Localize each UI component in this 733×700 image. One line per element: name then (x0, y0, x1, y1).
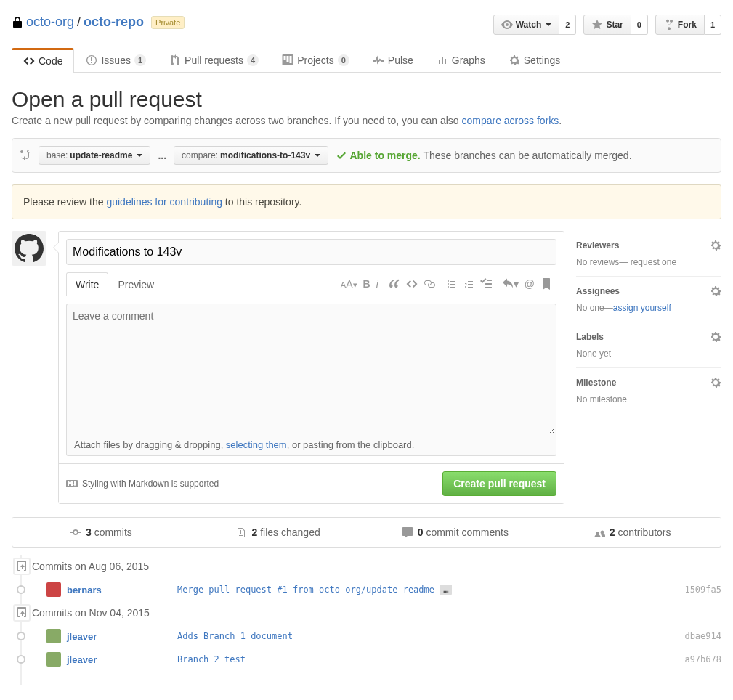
markdown-hint[interactable]: Styling with Markdown is supported (66, 478, 219, 489)
expand-msg-button[interactable]: … (440, 585, 452, 595)
pr-title-input[interactable] (66, 239, 556, 265)
compare-forks-link[interactable]: compare across forks (461, 115, 559, 126)
commit-sha-link[interactable]: dbae914 (684, 631, 721, 641)
tasklist-icon[interactable] (480, 278, 492, 290)
bookmark-icon[interactable] (540, 278, 552, 290)
milestone-body: No milestone (576, 394, 721, 404)
author-link[interactable]: bernars (67, 585, 102, 595)
merge-status: Able to merge. These branches can be aut… (336, 150, 631, 161)
fork-count[interactable]: 1 (705, 15, 721, 35)
create-pr-button[interactable]: Create pull request (442, 471, 556, 496)
attach-hint[interactable]: Attach files by dragging & dropping, sel… (66, 434, 556, 456)
lock-icon (12, 17, 23, 28)
star-icon (591, 19, 603, 30)
tab-issues[interactable]: Issues 1 (74, 48, 158, 72)
avatar (46, 652, 61, 667)
codeblock-icon[interactable] (406, 278, 418, 290)
repo-push-icon (16, 607, 28, 619)
commit-sha-link[interactable]: a97b678 (684, 654, 721, 664)
select-files-link[interactable]: selecting them (226, 439, 287, 450)
tab-code[interactable]: Code (12, 48, 74, 73)
file-diff-icon (236, 526, 248, 538)
gear-icon (710, 377, 721, 388)
md-toolbar: AA▾ B i ▾ (341, 278, 556, 290)
sidebar: Reviewers No reviews— request one Assign… (576, 231, 721, 413)
star-count[interactable]: 0 (631, 15, 648, 35)
milestone-gear[interactable] (710, 377, 721, 388)
assignees-gear[interactable] (710, 285, 721, 297)
comments-count[interactable]: 0 commit comments (367, 518, 544, 547)
commit-row: bernars Merge pull request #1 from octo-… (32, 578, 721, 601)
star-button[interactable]: Star (583, 15, 631, 35)
watch-count[interactable]: 2 (559, 15, 576, 35)
link-icon[interactable] (424, 278, 435, 290)
fork-button[interactable]: Fork (655, 15, 705, 35)
write-tab[interactable]: Write (66, 272, 108, 296)
assignees-title: Assignees (576, 286, 620, 296)
markdown-icon (66, 478, 78, 489)
privacy-badge: Private (151, 16, 185, 29)
repo-push-icon (16, 561, 28, 572)
labels-body: None yet (576, 349, 721, 359)
commits-count[interactable]: 3 commits (12, 518, 190, 547)
reviewers-gear[interactable] (710, 240, 721, 251)
contributors-count[interactable]: 2 contributors (543, 518, 721, 547)
tab-graphs[interactable]: Graphs (425, 48, 497, 72)
reply-icon[interactable]: ▾ (502, 278, 519, 290)
commit-message-link[interactable]: Branch 2 test (177, 654, 246, 664)
tab-settings[interactable]: Settings (497, 48, 572, 72)
tab-projects[interactable]: Projects 0 (270, 48, 361, 72)
check-icon (336, 150, 347, 161)
italic-icon[interactable]: i (376, 278, 378, 290)
assign-yourself-link[interactable]: assign yourself (613, 303, 671, 313)
commit-row: jleaver Branch 2 test a97b678 (32, 648, 721, 671)
commit-message-link[interactable]: Merge pull request #1 from octo-org/upda… (177, 585, 434, 595)
code-icon (23, 55, 35, 67)
compare-branch-select[interactable]: compare:modifications-to-143v (174, 146, 328, 165)
people-icon (594, 526, 605, 538)
bold-icon[interactable]: B (363, 278, 370, 290)
avatar (46, 582, 61, 597)
commit-row: jleaver Adds Branch 1 document dbae914 (32, 624, 721, 648)
project-icon (282, 54, 293, 66)
ul-icon[interactable] (445, 278, 457, 290)
commit-group-head: Commits on Nov 04, 2015 (32, 601, 721, 624)
milestone-title: Milestone (576, 378, 616, 388)
comment-icon (402, 526, 413, 538)
comment-form: Write Preview AA▾ B i (58, 231, 564, 504)
repo-nav: Code Issues 1 Pull requests 4 Projects 0… (12, 48, 721, 73)
watch-button[interactable]: Watch (493, 15, 560, 35)
guidelines-link[interactable]: guidelines for contributing (106, 196, 222, 208)
commit-message-link[interactable]: Adds Branch 1 document (177, 631, 293, 641)
preview-tab[interactable]: Preview (108, 272, 163, 296)
labels-gear[interactable] (710, 331, 721, 343)
author-link[interactable]: jleaver (67, 654, 97, 665)
caret-icon (137, 154, 142, 157)
repo-link[interactable]: octo-repo (84, 15, 144, 30)
tab-pulls[interactable]: Pull requests 4 (158, 48, 270, 72)
mention-icon[interactable]: @ (525, 278, 535, 290)
ol-icon[interactable] (463, 278, 474, 290)
tab-pulse[interactable]: Pulse (361, 48, 425, 72)
avatar (46, 629, 61, 643)
base-branch-select[interactable]: base:update-readme (39, 146, 150, 165)
files-count[interactable]: 2 files changed (190, 518, 367, 547)
author-link[interactable]: jleaver (67, 631, 97, 642)
pr-icon (169, 54, 181, 66)
commit-group-head: Commits on Aug 06, 2015 (32, 555, 721, 578)
commits-timeline: Commits on Aug 06, 2015 bernars Merge pu… (12, 555, 721, 685)
owner-link[interactable]: octo-org (26, 15, 74, 30)
page-title: Open a pull request (12, 87, 721, 112)
commit-icon (70, 526, 81, 538)
labels-title: Labels (576, 332, 604, 342)
page-subtitle: Create a new pull request by comparing c… (12, 115, 721, 126)
quote-icon[interactable] (389, 278, 400, 290)
issue-icon (86, 54, 97, 66)
reviewers-body: No reviews— request one (576, 257, 721, 267)
gear-icon (710, 285, 721, 297)
textsize-icon[interactable]: AA▾ (341, 278, 357, 290)
commit-sha-link[interactable]: 1509fa5 (684, 585, 721, 595)
range-dots: ... (158, 150, 166, 161)
comment-textarea[interactable] (66, 304, 556, 434)
caret-icon (315, 154, 320, 157)
